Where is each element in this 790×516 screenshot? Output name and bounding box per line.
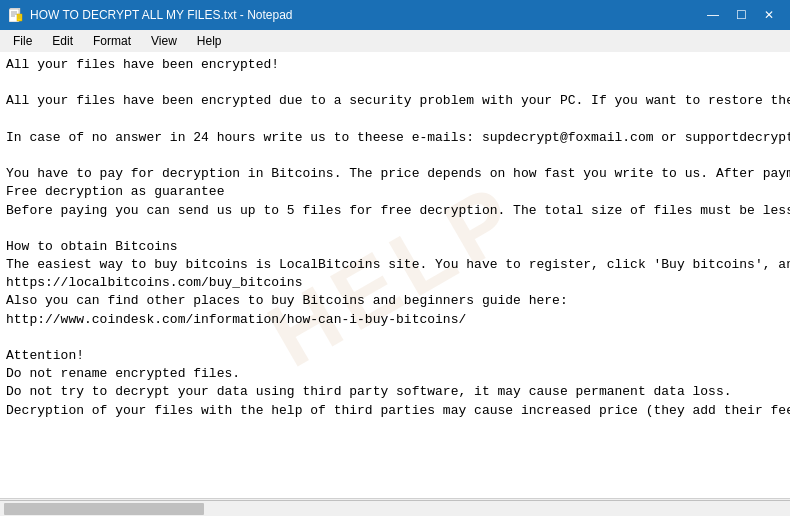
title-bar-left: HOW TO DECRYPT ALL MY FILES.txt - Notepa… [8,7,293,23]
menu-help[interactable]: Help [188,31,231,51]
editor-scroll-area[interactable]: All your files have been encrypted! All … [0,52,790,498]
horizontal-scrollbar-thumb[interactable] [4,503,204,515]
horizontal-scrollbar-track[interactable] [0,500,790,516]
window-controls: — ☐ ✕ [700,4,782,26]
editor-container: HELP All your files have been encrypted!… [0,52,790,498]
menu-file[interactable]: File [4,31,41,51]
minimize-button[interactable]: — [700,4,726,26]
svg-rect-5 [17,14,22,21]
bottom-bar [0,498,790,516]
menu-format[interactable]: Format [84,31,140,51]
maximize-button[interactable]: ☐ [728,4,754,26]
text-content[interactable]: All your files have been encrypted! All … [0,52,790,498]
app-icon [8,7,24,23]
close-button[interactable]: ✕ [756,4,782,26]
menu-edit[interactable]: Edit [43,31,82,51]
window-title: HOW TO DECRYPT ALL MY FILES.txt - Notepa… [30,8,293,22]
menu-bar: File Edit Format View Help [0,30,790,52]
menu-view[interactable]: View [142,31,186,51]
title-bar: HOW TO DECRYPT ALL MY FILES.txt - Notepa… [0,0,790,30]
